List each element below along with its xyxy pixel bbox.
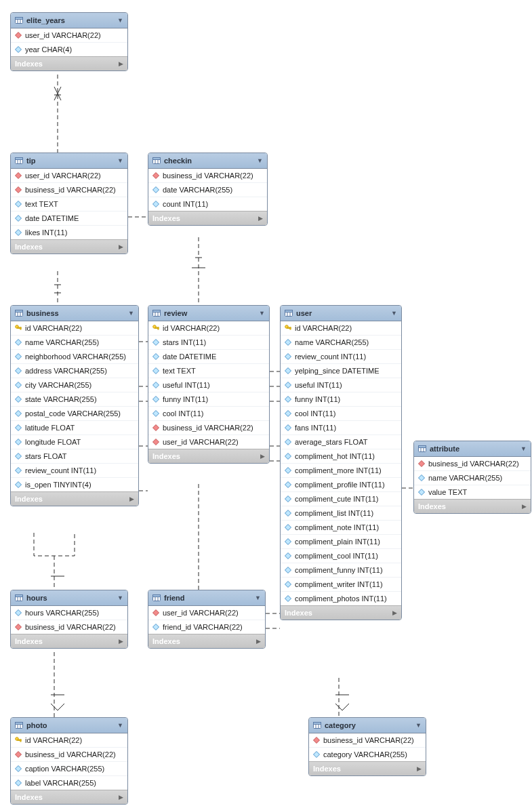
column-row[interactable]: user_id VARCHAR(22) bbox=[148, 606, 265, 620]
entity-category[interactable]: category▼business_id VARCHAR(22)category… bbox=[308, 717, 426, 776]
collapse-caret-icon[interactable]: ▼ bbox=[117, 722, 123, 729]
column-row[interactable]: latitude FLOAT bbox=[11, 421, 138, 435]
expand-caret-icon[interactable]: ▶ bbox=[119, 638, 123, 645]
entity-title-bar[interactable]: photo▼ bbox=[11, 718, 127, 733]
column-row[interactable]: name VARCHAR(255) bbox=[281, 336, 401, 350]
indexes-bar[interactable]: Indexes▶ bbox=[11, 790, 127, 804]
entity-photo[interactable]: photo▼id VARCHAR(22)business_id VARCHAR(… bbox=[10, 717, 128, 805]
expand-caret-icon[interactable]: ▶ bbox=[260, 453, 265, 460]
collapse-caret-icon[interactable]: ▼ bbox=[128, 310, 134, 317]
column-row[interactable]: state VARCHAR(255) bbox=[11, 392, 138, 407]
entity-checkin[interactable]: checkin▼business_id VARCHAR(22)date VARC… bbox=[148, 153, 268, 226]
collapse-caret-icon[interactable]: ▼ bbox=[391, 310, 397, 317]
column-row[interactable]: category VARCHAR(255) bbox=[309, 748, 426, 761]
expand-caret-icon[interactable]: ▶ bbox=[258, 215, 263, 222]
column-row[interactable]: user_id VARCHAR(22) bbox=[148, 435, 269, 449]
indexes-bar[interactable]: Indexes▶ bbox=[148, 634, 265, 648]
column-row[interactable]: neighborhood VARCHAR(255) bbox=[11, 350, 138, 364]
column-row[interactable]: compliment_profile INT(11) bbox=[281, 478, 401, 492]
collapse-caret-icon[interactable]: ▼ bbox=[117, 17, 123, 24]
column-row[interactable]: caption VARCHAR(255) bbox=[11, 762, 127, 776]
entity-title-bar[interactable]: checkin▼ bbox=[148, 153, 267, 169]
column-row[interactable]: year CHAR(4) bbox=[11, 43, 127, 56]
column-row[interactable]: funny INT(11) bbox=[148, 392, 269, 407]
column-row[interactable]: compliment_plain INT(11) bbox=[281, 535, 401, 549]
column-row[interactable]: fans INT(11) bbox=[281, 421, 401, 435]
entity-title-bar[interactable]: tip▼ bbox=[11, 153, 127, 169]
column-row[interactable]: text TEXT bbox=[11, 197, 127, 211]
column-row[interactable]: business_id VARCHAR(22) bbox=[11, 183, 127, 197]
column-row[interactable]: review_count INT(11) bbox=[11, 464, 138, 478]
collapse-caret-icon[interactable]: ▼ bbox=[117, 157, 123, 164]
column-row[interactable]: compliment_cool INT(11) bbox=[281, 549, 401, 563]
column-row[interactable]: business_id VARCHAR(22) bbox=[148, 421, 269, 435]
column-row[interactable]: id VARCHAR(22) bbox=[281, 321, 401, 336]
column-row[interactable]: cool INT(11) bbox=[281, 407, 401, 421]
indexes-bar[interactable]: Indexes▶ bbox=[414, 499, 531, 513]
entity-title-bar[interactable]: business▼ bbox=[11, 306, 138, 321]
column-row[interactable]: compliment_funny INT(11) bbox=[281, 563, 401, 578]
column-row[interactable]: compliment_list INT(11) bbox=[281, 506, 401, 521]
column-row[interactable]: average_stars FLOAT bbox=[281, 435, 401, 449]
column-row[interactable]: text TEXT bbox=[148, 364, 269, 378]
column-row[interactable]: stars INT(11) bbox=[148, 336, 269, 350]
indexes-bar[interactable]: Indexes▶ bbox=[281, 605, 401, 620]
column-row[interactable]: id VARCHAR(22) bbox=[11, 733, 127, 748]
column-row[interactable]: friend_id VARCHAR(22) bbox=[148, 620, 265, 634]
column-row[interactable]: count INT(11) bbox=[148, 197, 267, 211]
column-row[interactable]: postal_code VARCHAR(255) bbox=[11, 407, 138, 421]
collapse-caret-icon[interactable]: ▼ bbox=[117, 594, 123, 601]
column-row[interactable]: compliment_note INT(11) bbox=[281, 521, 401, 535]
indexes-bar[interactable]: Indexes▶ bbox=[148, 449, 269, 463]
column-row[interactable]: name VARCHAR(255) bbox=[11, 336, 138, 350]
column-row[interactable]: business_id VARCHAR(22) bbox=[309, 733, 426, 748]
expand-caret-icon[interactable]: ▶ bbox=[119, 60, 123, 67]
indexes-bar[interactable]: Indexes▶ bbox=[11, 491, 138, 506]
expand-caret-icon[interactable]: ▶ bbox=[119, 243, 123, 250]
column-row[interactable]: name VARCHAR(255) bbox=[414, 471, 531, 485]
column-row[interactable]: id VARCHAR(22) bbox=[11, 321, 138, 336]
column-row[interactable]: review_count INT(11) bbox=[281, 350, 401, 364]
collapse-caret-icon[interactable]: ▼ bbox=[259, 310, 265, 317]
column-row[interactable]: id VARCHAR(22) bbox=[148, 321, 269, 336]
expand-caret-icon[interactable]: ▶ bbox=[392, 609, 397, 616]
entity-friend[interactable]: friend▼user_id VARCHAR(22)friend_id VARC… bbox=[148, 590, 266, 649]
column-row[interactable]: likes INT(11) bbox=[11, 226, 127, 239]
column-row[interactable]: business_id VARCHAR(22) bbox=[11, 620, 127, 634]
column-row[interactable]: yelping_since DATETIME bbox=[281, 364, 401, 378]
entity-user[interactable]: user▼id VARCHAR(22)name VARCHAR(255)revi… bbox=[280, 305, 402, 620]
expand-caret-icon[interactable]: ▶ bbox=[119, 794, 123, 801]
entity-title-bar[interactable]: user▼ bbox=[281, 306, 401, 321]
column-row[interactable]: compliment_writer INT(11) bbox=[281, 578, 401, 592]
entity-business[interactable]: business▼id VARCHAR(22)name VARCHAR(255)… bbox=[10, 305, 139, 506]
expand-caret-icon[interactable]: ▶ bbox=[522, 503, 527, 510]
entity-elite_years[interactable]: elite_years▼user_id VARCHAR(22)year CHAR… bbox=[10, 12, 128, 71]
collapse-caret-icon[interactable]: ▼ bbox=[257, 157, 263, 164]
entity-tip[interactable]: tip▼user_id VARCHAR(22)business_id VARCH… bbox=[10, 153, 128, 254]
entity-title-bar[interactable]: attribute▼ bbox=[414, 441, 531, 457]
column-row[interactable]: date DATETIME bbox=[11, 211, 127, 226]
collapse-caret-icon[interactable]: ▼ bbox=[415, 722, 422, 729]
column-row[interactable]: label VARCHAR(255) bbox=[11, 776, 127, 790]
column-row[interactable]: compliment_hot INT(11) bbox=[281, 449, 401, 464]
entity-title-bar[interactable]: review▼ bbox=[148, 306, 269, 321]
expand-caret-icon[interactable]: ▶ bbox=[129, 496, 134, 502]
column-row[interactable]: business_id VARCHAR(22) bbox=[414, 457, 531, 471]
column-row[interactable]: user_id VARCHAR(22) bbox=[11, 169, 127, 183]
column-row[interactable]: longitude FLOAT bbox=[11, 435, 138, 449]
column-row[interactable]: date DATETIME bbox=[148, 350, 269, 364]
expand-caret-icon[interactable]: ▶ bbox=[256, 638, 261, 645]
column-row[interactable]: compliment_cute INT(11) bbox=[281, 492, 401, 506]
entity-hours[interactable]: hours▼hours VARCHAR(255)business_id VARC… bbox=[10, 590, 128, 649]
expand-caret-icon[interactable]: ▶ bbox=[417, 765, 422, 772]
column-row[interactable]: is_open TINYINT(4) bbox=[11, 478, 138, 491]
column-row[interactable]: value TEXT bbox=[414, 485, 531, 499]
indexes-bar[interactable]: Indexes▶ bbox=[11, 239, 127, 254]
column-row[interactable]: compliment_photos INT(11) bbox=[281, 592, 401, 605]
entity-review[interactable]: review▼id VARCHAR(22)stars INT(11)date D… bbox=[148, 305, 270, 464]
indexes-bar[interactable]: Indexes▶ bbox=[11, 56, 127, 70]
column-row[interactable]: address VARCHAR(255) bbox=[11, 364, 138, 378]
indexes-bar[interactable]: Indexes▶ bbox=[11, 634, 127, 648]
column-row[interactable]: city VARCHAR(255) bbox=[11, 378, 138, 392]
column-row[interactable]: compliment_more INT(11) bbox=[281, 464, 401, 478]
